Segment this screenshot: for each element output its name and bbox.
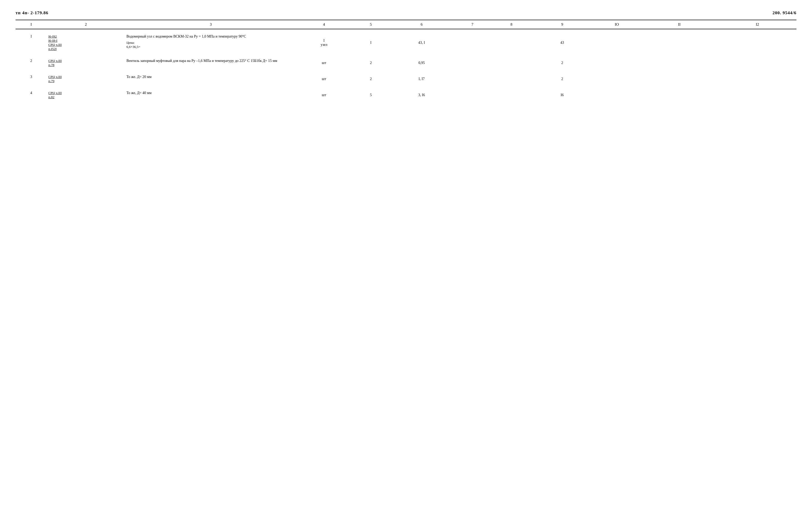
row-col11 [640,88,718,102]
row-col10 [593,32,640,54]
row-col10 [593,56,640,70]
table-row: II6-I92 I6-I8-I СРЦ ч.III п.I52IВодомерн… [16,32,796,54]
row-col12 [718,88,796,102]
row-col7 [453,32,492,54]
table-row: 2СРЦ ч.III п.78Вентиль запорный муфтовый… [16,56,796,70]
row-ref: СРЦ ч.III п.79 [47,72,125,86]
header-left: тп 4п- 2-179.86 [16,10,49,16]
row-desc: Водомерный узл с водомером ВСКМ-32 на Ру… [125,32,297,54]
row-col9: 2 [531,72,593,86]
row-desc: То же, Д= 40 мм [125,88,297,102]
row-col12 [718,32,796,54]
col-header-8: 8 [492,20,531,29]
row-unit: шт [297,56,351,70]
row-col10 [593,88,640,102]
table-row: 3СРЦ ч.III п.79То же. Д= 20 ммшт2I, I72 [16,72,796,86]
row-ref: СРЦ ч.III п.78 [47,56,125,70]
row-col5: 2 [351,56,391,70]
col-header-5: 5 [351,20,391,29]
col-header-11: II [640,20,718,29]
table-header-row: I 2 3 4 5 6 7 8 9 IO II I2 [16,20,796,29]
row-ref: СРЦ ч.III п.82 [47,88,125,102]
row-col6: 0,95 [390,56,453,70]
table-row: 4СРЦ ч.III п.82То же, Д= 40 ммшт53, I6I6 [16,88,796,102]
col-header-2: 2 [47,20,125,29]
col-header-10: IO [593,20,640,29]
row-num: 3 [16,72,47,86]
row-col8 [492,88,531,102]
row-col8 [492,32,531,54]
row-col9: 43 [531,32,593,54]
row-num: 2 [16,56,47,70]
col-header-4: 4 [297,20,351,29]
row-col11 [640,56,718,70]
row-ref: I6-I92 I6-I8-I СРЦ ч.III п.I52I [47,32,125,54]
col-header-1: I [16,20,47,29]
row-num: 4 [16,88,47,102]
row-col6: 43, I [390,32,453,54]
row-col7 [453,72,492,86]
row-unit: шт [297,88,351,102]
row-unit: I узел [297,32,351,54]
main-table-container: I 2 3 4 5 6 7 8 9 IO II I2 II6-I92 I6-I8… [16,20,796,102]
row-col5: 5 [351,88,391,102]
row-col9: I6 [531,88,593,102]
row-col11 [640,32,718,54]
row-col6: I, I7 [390,72,453,86]
row-col8 [492,56,531,70]
row-col12 [718,72,796,86]
row-col5: 2 [351,72,391,86]
row-num: I [16,32,47,54]
row-col10 [593,72,640,86]
row-col5: I [351,32,391,54]
row-col7 [453,56,492,70]
row-col8 [492,72,531,86]
row-unit: шт [297,72,351,86]
row-col9: 2 [531,56,593,70]
row-col11 [640,72,718,86]
col-header-6: 6 [390,20,453,29]
header-right: 200. 9544/6 [772,10,796,16]
col-header-12: I2 [718,20,796,29]
row-col7 [453,88,492,102]
page-header: тп 4п- 2-179.86 200. 9544/6 [16,10,796,16]
col-header-7: 7 [453,20,492,29]
row-desc: Вентиль запорный муфтовый для пара на Ру… [125,56,297,70]
col-header-9: 9 [531,20,593,29]
row-desc: То же. Д= 20 мм [125,72,297,86]
col-header-3: 3 [125,20,297,29]
row-col12 [718,56,796,70]
main-table: I 2 3 4 5 6 7 8 9 IO II I2 II6-I92 I6-I8… [16,20,796,102]
row-col6: 3, I6 [390,88,453,102]
